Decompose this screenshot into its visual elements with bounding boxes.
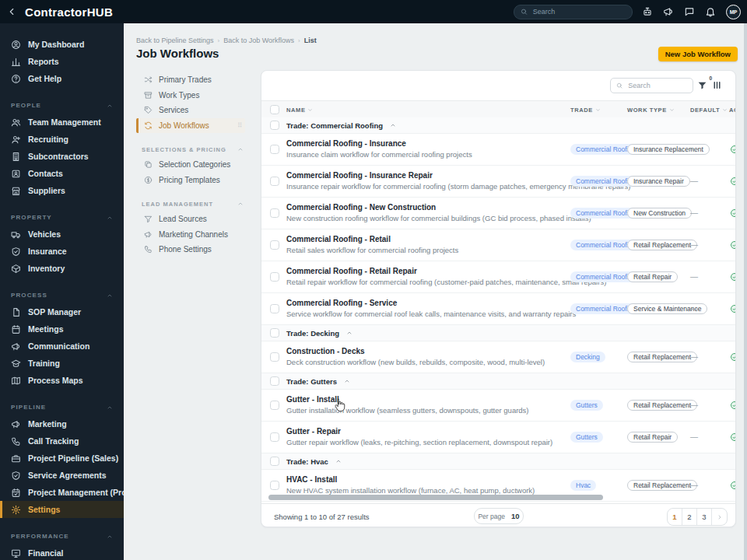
column-header-trade[interactable]: TRADE bbox=[570, 101, 601, 118]
group-row-trade-decking[interactable]: Trade: Decking bbox=[261, 325, 735, 341]
page-button-3[interactable]: 3 bbox=[697, 509, 712, 525]
group-checkbox[interactable] bbox=[270, 328, 279, 338]
global-search[interactable] bbox=[514, 5, 633, 19]
sidebar-item-team-management[interactable]: Team Management bbox=[0, 114, 124, 131]
active-check-icon[interactable] bbox=[730, 145, 736, 154]
subnav-item-primary-trades[interactable]: Primary Trades⠿ bbox=[136, 72, 245, 88]
table-row-commercial-roofing-service[interactable]: Commercial Roofing - ServiceService work… bbox=[261, 293, 735, 325]
chat-icon[interactable] bbox=[684, 6, 695, 17]
column-header-active[interactable]: ACTIVE bbox=[729, 101, 736, 118]
sidebar-scrollbar[interactable] bbox=[744, 23, 747, 560]
subnav-item-work-types[interactable]: Work Types⠿ bbox=[136, 88, 245, 103]
group-checkbox[interactable] bbox=[270, 121, 279, 130]
sidebar-item-training[interactable]: Training bbox=[0, 355, 124, 372]
subnav-item-job-workflows[interactable]: Job Workflows⠿ bbox=[136, 118, 245, 134]
columns-icon[interactable] bbox=[712, 80, 722, 90]
table-row-gutter-install[interactable]: Gutter - InstallGutter installation work… bbox=[261, 390, 735, 422]
assistant-bot-icon[interactable] bbox=[642, 6, 653, 17]
drag-handle-icon[interactable]: ⠿ bbox=[237, 122, 242, 129]
breadcrumb-list[interactable]: List bbox=[304, 37, 317, 44]
group-row-trade-gutters[interactable]: Trade: Gutters bbox=[261, 373, 735, 390]
table-search-input[interactable] bbox=[626, 81, 687, 90]
sidebar-item-marketing[interactable]: Marketing bbox=[0, 415, 124, 432]
row-checkbox[interactable] bbox=[270, 208, 279, 218]
sidebar-item-project-pipeline-sales[interactable]: Project Pipeline (Sales) bbox=[0, 450, 124, 467]
sidebar-item-service-agreements[interactable]: Service Agreements bbox=[0, 467, 124, 484]
sidebar-item-inventory[interactable]: Inventory bbox=[0, 260, 124, 277]
sidebar-item-subcontractors[interactable]: Subcontractors bbox=[0, 148, 124, 165]
column-header-work-type[interactable]: WORK TYPE bbox=[627, 101, 675, 118]
global-search-input[interactable] bbox=[531, 7, 626, 16]
sidebar-item-communication[interactable]: Communication bbox=[0, 338, 124, 355]
sidebar-section-property[interactable]: PROPERTY bbox=[0, 209, 124, 226]
breadcrumb-job-workflows[interactable]: Back to Job Workflows bbox=[223, 37, 294, 44]
new-job-workflow-button[interactable]: New Job Workflow bbox=[658, 47, 738, 61]
sidebar-section-process[interactable]: PROCESS bbox=[0, 287, 124, 303]
subnav-item-pricing-templates[interactable]: Pricing Templates⠿ bbox=[136, 173, 245, 188]
active-check-icon[interactable] bbox=[730, 352, 736, 362]
row-checkbox[interactable] bbox=[270, 177, 279, 186]
subnav-item-phone-settings[interactable]: Phone Settings⠿ bbox=[136, 242, 245, 257]
table-row-commercial-roofing-new-construction[interactable]: Commercial Roofing - New ConstructionNew… bbox=[261, 198, 735, 229]
row-checkbox[interactable] bbox=[270, 240, 279, 250]
sidebar-item-contacts[interactable]: Contacts bbox=[0, 165, 124, 182]
sidebar-item-get-help[interactable]: Get Help bbox=[0, 70, 124, 87]
sidebar-item-project-management-production[interactable]: Project Management (Production) bbox=[0, 484, 124, 501]
sidebar-item-process-maps[interactable]: Process Maps bbox=[0, 372, 124, 389]
table-row-commercial-roofing-retail[interactable]: Commercial Roofing - RetailRetail sales … bbox=[261, 229, 735, 261]
sidebar-section-performance[interactable]: PERFORMANCE bbox=[0, 528, 124, 544]
app-logo[interactable]: ContractorHUB bbox=[25, 5, 113, 19]
active-check-icon[interactable] bbox=[730, 304, 736, 313]
sidebar-item-vehicles[interactable]: Vehicles bbox=[0, 226, 124, 243]
table-row-commercial-roofing-insurance[interactable]: Commercial Roofing - InsuranceInsurance … bbox=[261, 134, 735, 166]
select-all-checkbox[interactable] bbox=[270, 105, 279, 114]
next-page-button[interactable] bbox=[712, 509, 727, 525]
row-checkbox[interactable] bbox=[270, 432, 279, 442]
back-chevron-icon[interactable] bbox=[6, 6, 17, 17]
column-header-default[interactable]: DEFAULT bbox=[690, 101, 728, 118]
user-avatar[interactable]: MP bbox=[726, 5, 741, 19]
sidebar-item-sop-manager[interactable]: SOP Manager bbox=[0, 303, 124, 320]
group-row-trade-hvac[interactable]: Trade: Hvac bbox=[261, 453, 735, 470]
row-checkbox[interactable] bbox=[270, 481, 279, 490]
table-row-gutter-repair[interactable]: Gutter - RepairGutter repair workflow (l… bbox=[261, 422, 735, 453]
subnav-section-selections-pricing[interactable]: SELECTIONS & PRICING bbox=[136, 142, 245, 157]
sidebar-item-call-tracking[interactable]: Call Tracking bbox=[0, 432, 124, 450]
sidebar-item-my-dashboard[interactable]: My Dashboard bbox=[0, 36, 124, 53]
subnav-section-lead-management[interactable]: LEAD MANAGEMENT bbox=[136, 196, 245, 212]
subnav-item-selection-categories[interactable]: Selection Categories⠿ bbox=[136, 157, 245, 173]
sidebar-item-insurance[interactable]: Insurance bbox=[0, 243, 124, 260]
page-button-1[interactable]: 1 bbox=[668, 509, 682, 525]
notifications-icon[interactable] bbox=[705, 6, 716, 17]
row-checkbox[interactable] bbox=[270, 401, 279, 410]
table-row-construction-decks[interactable]: Construction - DecksDeck construction wo… bbox=[261, 341, 735, 373]
group-checkbox[interactable] bbox=[270, 376, 279, 386]
table-row-commercial-roofing-retail-repair[interactable]: Commercial Roofing - Retail RepairRetail… bbox=[261, 261, 735, 293]
table-row-commercial-roofing-insurance-repair[interactable]: Commercial Roofing - Insurance RepairIns… bbox=[261, 166, 735, 198]
table-search[interactable] bbox=[610, 78, 693, 93]
active-check-icon[interactable] bbox=[730, 432, 736, 442]
sidebar-item-recruiting[interactable]: Recruiting bbox=[0, 131, 124, 148]
active-check-icon[interactable] bbox=[730, 272, 736, 282]
group-checkbox[interactable] bbox=[270, 457, 279, 466]
subnav-item-lead-sources[interactable]: Lead Sources⠿ bbox=[136, 212, 245, 227]
subnav-item-services[interactable]: Services⠿ bbox=[136, 103, 245, 118]
row-checkbox[interactable] bbox=[270, 145, 279, 154]
group-row-trade-commercial-roofing[interactable]: Trade: Commercial Roofing bbox=[261, 117, 735, 134]
breadcrumb-pipeline-settings[interactable]: Back to Pipeline Settings bbox=[136, 37, 214, 44]
filter-icon[interactable] bbox=[697, 80, 707, 90]
active-check-icon[interactable] bbox=[730, 177, 736, 186]
sidebar-item-reports[interactable]: Reports bbox=[0, 53, 124, 70]
horizontal-scrollbar-thumb[interactable] bbox=[268, 495, 603, 500]
sidebar-item-suppliers[interactable]: Suppliers bbox=[0, 182, 124, 199]
row-checkbox[interactable] bbox=[270, 352, 279, 362]
page-button-2[interactable]: 2 bbox=[682, 509, 697, 525]
sidebar-item-meetings[interactable]: Meetings bbox=[0, 320, 124, 338]
column-header-name[interactable]: NAME bbox=[286, 101, 313, 118]
announcements-icon[interactable] bbox=[663, 6, 674, 17]
subnav-item-marketing-channels[interactable]: Marketing Channels⠿ bbox=[136, 227, 245, 243]
row-checkbox[interactable] bbox=[270, 272, 279, 282]
sidebar-section-people[interactable]: PEOPLE bbox=[0, 97, 124, 114]
active-check-icon[interactable] bbox=[730, 208, 736, 218]
sidebar-item-settings[interactable]: Settings bbox=[0, 501, 124, 518]
